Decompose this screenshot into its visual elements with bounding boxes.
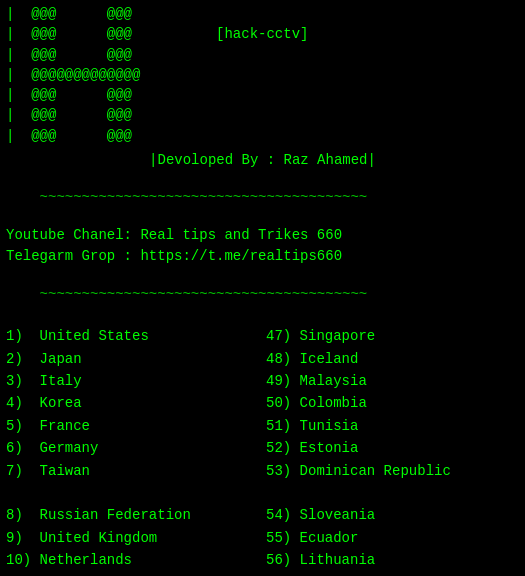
terminal-window: | @@@ @@@ | @@@ @@@ [hack-cctv] | @@@ @@…: [6, 4, 519, 576]
country-9: 9) United Kingdom: [6, 527, 266, 549]
developer-text: |Devoloped By : Raz Ahamed|: [149, 152, 376, 168]
country-50: 50) Colombia: [266, 392, 525, 414]
country-56: 56) Lithuania: [266, 549, 525, 571]
logo-section: | @@@ @@@ | @@@ @@@ [hack-cctv] | @@@ @@…: [6, 4, 519, 146]
country-4: 4) Korea: [6, 392, 266, 414]
telegram-line: Telegarm Grop : https://t.me/realtips660: [6, 246, 519, 267]
country-6: 6) Germany: [6, 437, 266, 459]
blank-1: [6, 482, 266, 504]
blank-2: [266, 482, 525, 504]
country-48: 48) Iceland: [266, 348, 525, 370]
countries-right: 47) Singapore 48) Iceland 49) Malaysia 5…: [266, 325, 525, 576]
separator-bottom: ~~~~~~~~~~~~~~~~~~~~~~~~~~~~~~~~~~~~~~~: [6, 267, 519, 322]
country-7: 7) Taiwan: [6, 460, 266, 482]
country-47: 47) Singapore: [266, 325, 525, 347]
country-55: 55) Ecuador: [266, 527, 525, 549]
country-3: 3) Italy: [6, 370, 266, 392]
country-2: 2) Japan: [6, 348, 266, 370]
country-52: 52) Estonia: [266, 437, 525, 459]
country-1: 1) United States: [6, 325, 266, 347]
country-54: 54) Sloveania: [266, 504, 525, 526]
separator-top: ~~~~~~~~~~~~~~~~~~~~~~~~~~~~~~~~~~~~~~~: [6, 170, 519, 225]
country-10: 10) Netherlands: [6, 549, 266, 571]
country-51: 51) Tunisia: [266, 415, 525, 437]
country-grid: 1) United States 2) Japan 3) Italy 4) Ko…: [6, 325, 519, 576]
country-57: 57) Palestinian: [266, 572, 525, 577]
countries-left: 1) United States 2) Japan 3) Italy 4) Ko…: [6, 325, 266, 576]
developer-line: |Devoloped By : Raz Ahamed|: [6, 152, 519, 168]
country-53: 53) Dominican Republic: [266, 460, 525, 482]
country-8: 8) Russian Federation: [6, 504, 266, 526]
country-5: 5) France: [6, 415, 266, 437]
country-11: 11) Czech Republic: [6, 572, 266, 577]
youtube-line: Youtube Chanel: Real tips and Trikes 660: [6, 225, 519, 246]
country-49: 49) Malaysia: [266, 370, 525, 392]
